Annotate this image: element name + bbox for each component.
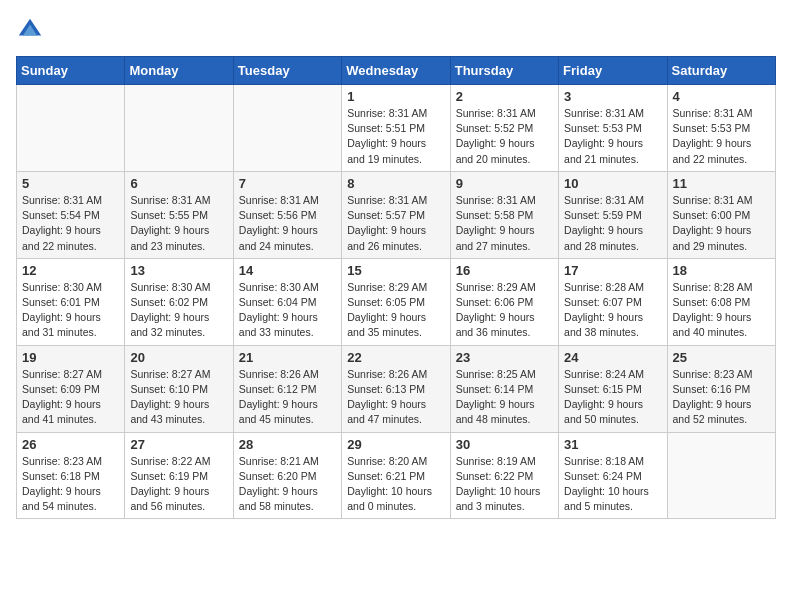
calendar-cell: 18Sunrise: 8:28 AMSunset: 6:08 PMDayligh… — [667, 258, 775, 345]
day-number: 23 — [456, 350, 553, 365]
calendar-cell: 19Sunrise: 8:27 AMSunset: 6:09 PMDayligh… — [17, 345, 125, 432]
day-number: 10 — [564, 176, 661, 191]
day-info: Sunrise: 8:21 AMSunset: 6:20 PMDaylight:… — [239, 454, 336, 515]
calendar-cell: 10Sunrise: 8:31 AMSunset: 5:59 PMDayligh… — [559, 171, 667, 258]
day-info: Sunrise: 8:31 AMSunset: 5:59 PMDaylight:… — [564, 193, 661, 254]
calendar-cell — [125, 85, 233, 172]
weekday-header-thursday: Thursday — [450, 57, 558, 85]
day-info: Sunrise: 8:30 AMSunset: 6:01 PMDaylight:… — [22, 280, 119, 341]
calendar-cell: 15Sunrise: 8:29 AMSunset: 6:05 PMDayligh… — [342, 258, 450, 345]
day-info: Sunrise: 8:29 AMSunset: 6:05 PMDaylight:… — [347, 280, 444, 341]
day-number: 9 — [456, 176, 553, 191]
day-number: 27 — [130, 437, 227, 452]
calendar-cell: 25Sunrise: 8:23 AMSunset: 6:16 PMDayligh… — [667, 345, 775, 432]
day-info: Sunrise: 8:22 AMSunset: 6:19 PMDaylight:… — [130, 454, 227, 515]
calendar-cell: 3Sunrise: 8:31 AMSunset: 5:53 PMDaylight… — [559, 85, 667, 172]
calendar-cell: 6Sunrise: 8:31 AMSunset: 5:55 PMDaylight… — [125, 171, 233, 258]
calendar-cell: 9Sunrise: 8:31 AMSunset: 5:58 PMDaylight… — [450, 171, 558, 258]
calendar-header: SundayMondayTuesdayWednesdayThursdayFrid… — [17, 57, 776, 85]
calendar-table: SundayMondayTuesdayWednesdayThursdayFrid… — [16, 56, 776, 519]
calendar-cell: 27Sunrise: 8:22 AMSunset: 6:19 PMDayligh… — [125, 432, 233, 519]
day-number: 8 — [347, 176, 444, 191]
day-info: Sunrise: 8:30 AMSunset: 6:04 PMDaylight:… — [239, 280, 336, 341]
weekday-header-saturday: Saturday — [667, 57, 775, 85]
day-info: Sunrise: 8:31 AMSunset: 5:56 PMDaylight:… — [239, 193, 336, 254]
calendar-cell: 29Sunrise: 8:20 AMSunset: 6:21 PMDayligh… — [342, 432, 450, 519]
calendar-cell: 16Sunrise: 8:29 AMSunset: 6:06 PMDayligh… — [450, 258, 558, 345]
day-number: 29 — [347, 437, 444, 452]
day-info: Sunrise: 8:26 AMSunset: 6:12 PMDaylight:… — [239, 367, 336, 428]
calendar-cell: 30Sunrise: 8:19 AMSunset: 6:22 PMDayligh… — [450, 432, 558, 519]
day-number: 4 — [673, 89, 770, 104]
calendar-week-3: 12Sunrise: 8:30 AMSunset: 6:01 PMDayligh… — [17, 258, 776, 345]
day-number: 12 — [22, 263, 119, 278]
day-info: Sunrise: 8:31 AMSunset: 5:57 PMDaylight:… — [347, 193, 444, 254]
logo — [16, 16, 48, 44]
calendar-cell: 26Sunrise: 8:23 AMSunset: 6:18 PMDayligh… — [17, 432, 125, 519]
day-info: Sunrise: 8:31 AMSunset: 5:53 PMDaylight:… — [673, 106, 770, 167]
day-number: 18 — [673, 263, 770, 278]
day-number: 5 — [22, 176, 119, 191]
day-info: Sunrise: 8:18 AMSunset: 6:24 PMDaylight:… — [564, 454, 661, 515]
day-info: Sunrise: 8:31 AMSunset: 5:54 PMDaylight:… — [22, 193, 119, 254]
day-info: Sunrise: 8:31 AMSunset: 6:00 PMDaylight:… — [673, 193, 770, 254]
day-number: 17 — [564, 263, 661, 278]
calendar-week-5: 26Sunrise: 8:23 AMSunset: 6:18 PMDayligh… — [17, 432, 776, 519]
day-number: 14 — [239, 263, 336, 278]
calendar-cell: 5Sunrise: 8:31 AMSunset: 5:54 PMDaylight… — [17, 171, 125, 258]
day-number: 7 — [239, 176, 336, 191]
day-number: 28 — [239, 437, 336, 452]
calendar-cell — [17, 85, 125, 172]
day-number: 16 — [456, 263, 553, 278]
calendar-cell: 12Sunrise: 8:30 AMSunset: 6:01 PMDayligh… — [17, 258, 125, 345]
day-info: Sunrise: 8:30 AMSunset: 6:02 PMDaylight:… — [130, 280, 227, 341]
day-number: 26 — [22, 437, 119, 452]
calendar-cell: 2Sunrise: 8:31 AMSunset: 5:52 PMDaylight… — [450, 85, 558, 172]
day-info: Sunrise: 8:27 AMSunset: 6:09 PMDaylight:… — [22, 367, 119, 428]
calendar-cell: 7Sunrise: 8:31 AMSunset: 5:56 PMDaylight… — [233, 171, 341, 258]
day-info: Sunrise: 8:26 AMSunset: 6:13 PMDaylight:… — [347, 367, 444, 428]
day-number: 6 — [130, 176, 227, 191]
calendar-cell: 20Sunrise: 8:27 AMSunset: 6:10 PMDayligh… — [125, 345, 233, 432]
day-number: 11 — [673, 176, 770, 191]
day-info: Sunrise: 8:24 AMSunset: 6:15 PMDaylight:… — [564, 367, 661, 428]
day-number: 25 — [673, 350, 770, 365]
calendar-cell: 1Sunrise: 8:31 AMSunset: 5:51 PMDaylight… — [342, 85, 450, 172]
day-number: 31 — [564, 437, 661, 452]
day-number: 24 — [564, 350, 661, 365]
logo-icon — [16, 16, 44, 44]
day-info: Sunrise: 8:19 AMSunset: 6:22 PMDaylight:… — [456, 454, 553, 515]
calendar-cell: 24Sunrise: 8:24 AMSunset: 6:15 PMDayligh… — [559, 345, 667, 432]
calendar-cell: 31Sunrise: 8:18 AMSunset: 6:24 PMDayligh… — [559, 432, 667, 519]
day-number: 3 — [564, 89, 661, 104]
day-number: 30 — [456, 437, 553, 452]
calendar-cell: 23Sunrise: 8:25 AMSunset: 6:14 PMDayligh… — [450, 345, 558, 432]
day-number: 15 — [347, 263, 444, 278]
calendar-cell — [233, 85, 341, 172]
weekday-header-friday: Friday — [559, 57, 667, 85]
day-number: 19 — [22, 350, 119, 365]
calendar-cell — [667, 432, 775, 519]
day-number: 1 — [347, 89, 444, 104]
day-info: Sunrise: 8:31 AMSunset: 5:53 PMDaylight:… — [564, 106, 661, 167]
day-info: Sunrise: 8:27 AMSunset: 6:10 PMDaylight:… — [130, 367, 227, 428]
day-number: 22 — [347, 350, 444, 365]
calendar-cell: 11Sunrise: 8:31 AMSunset: 6:00 PMDayligh… — [667, 171, 775, 258]
day-number: 21 — [239, 350, 336, 365]
day-info: Sunrise: 8:23 AMSunset: 6:16 PMDaylight:… — [673, 367, 770, 428]
calendar-cell: 14Sunrise: 8:30 AMSunset: 6:04 PMDayligh… — [233, 258, 341, 345]
calendar-week-2: 5Sunrise: 8:31 AMSunset: 5:54 PMDaylight… — [17, 171, 776, 258]
calendar-cell: 4Sunrise: 8:31 AMSunset: 5:53 PMDaylight… — [667, 85, 775, 172]
day-number: 20 — [130, 350, 227, 365]
day-info: Sunrise: 8:20 AMSunset: 6:21 PMDaylight:… — [347, 454, 444, 515]
calendar-cell: 21Sunrise: 8:26 AMSunset: 6:12 PMDayligh… — [233, 345, 341, 432]
calendar-cell: 13Sunrise: 8:30 AMSunset: 6:02 PMDayligh… — [125, 258, 233, 345]
page-header — [16, 16, 776, 44]
day-info: Sunrise: 8:31 AMSunset: 5:52 PMDaylight:… — [456, 106, 553, 167]
day-info: Sunrise: 8:31 AMSunset: 5:51 PMDaylight:… — [347, 106, 444, 167]
day-info: Sunrise: 8:31 AMSunset: 5:55 PMDaylight:… — [130, 193, 227, 254]
day-info: Sunrise: 8:23 AMSunset: 6:18 PMDaylight:… — [22, 454, 119, 515]
calendar-week-4: 19Sunrise: 8:27 AMSunset: 6:09 PMDayligh… — [17, 345, 776, 432]
weekday-header-tuesday: Tuesday — [233, 57, 341, 85]
calendar-cell: 8Sunrise: 8:31 AMSunset: 5:57 PMDaylight… — [342, 171, 450, 258]
